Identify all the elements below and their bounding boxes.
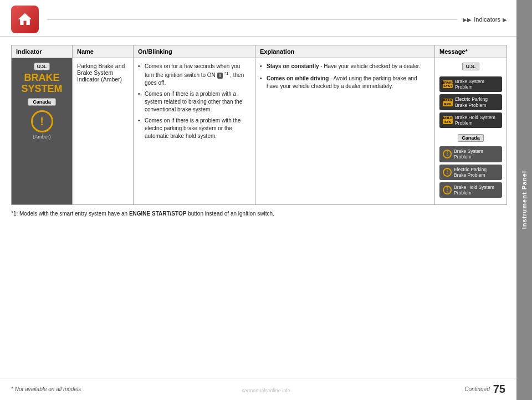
us-badge: U.S.: [34, 63, 50, 70]
explanation-item-2: Comes on while driving - Avoid using the…: [260, 75, 430, 90]
col-message: Message*: [435, 45, 507, 58]
footnote-number: *1:: [11, 211, 18, 217]
footnote-text: Models with the smart entry system have …: [19, 211, 127, 217]
footnote-bold-text: ENGINE START/STOP: [129, 211, 187, 217]
brake-system-icon: BRAKESYST: [443, 80, 453, 88]
ignition-symbol: II: [217, 73, 223, 79]
canada-electric-parking-icon: !: [443, 168, 452, 177]
breadcrumb: ▶▶ Indicators ▶: [463, 16, 507, 23]
page-number: 75: [493, 383, 505, 396]
msg-canada-text-2: Electric Parking Brake Problem: [454, 167, 499, 178]
explanation-list: Stays on constantly - Have your vehicle …: [260, 63, 430, 90]
msg-us-text-1: Brake System Problem: [455, 79, 499, 90]
msg-us-brake-system: BRAKESYST Brake System Problem: [439, 76, 502, 92]
indicator-name: Parking Brake and Brake System Indicator…: [77, 63, 125, 83]
table-row: U.S. BRAKE SYSTEM Canada ! (Amber) Parki…: [12, 58, 507, 205]
explanation-desc-1: - Have your vehicle checked by a dealer.: [320, 63, 420, 69]
onblink-list: Comes on for a few seconds when you turn…: [138, 63, 250, 140]
canada-brake-system-icon: !: [443, 150, 452, 158]
name-cell: Parking Brake and Brake System Indicator…: [73, 58, 134, 205]
msg-us-text-2: Electric Parking Brake Problem: [455, 96, 499, 107]
header-divider: [47, 19, 457, 20]
footnote-text2: button instead of an ignition switch.: [188, 211, 274, 217]
onblink-item-3: Comes on if there is a problem with the …: [138, 117, 250, 140]
brake-text: BRAKE SYSTEM: [16, 73, 68, 95]
message-us-label: U.S.: [462, 63, 480, 70]
brake-hold-icon: HOLDSYS: [443, 116, 453, 124]
msg-us-text-3: Brake Hold System Problem: [455, 115, 499, 126]
amber-circle: !: [31, 110, 53, 132]
message-cell: U.S. BRAKESYST Brake System Problem PARK…: [435, 58, 507, 205]
explanation-cell: Stays on constantly - Have your vehicle …: [255, 58, 435, 205]
msg-canada-text-3: Brake Hold System Problem: [454, 184, 499, 196]
msg-us-brake-hold: HOLDSYS Brake Hold System Problem: [439, 112, 502, 128]
not-available-text: * Not available on all models: [11, 386, 81, 392]
continued-text: Continued: [464, 386, 490, 392]
side-tab-label: Instrument Panel: [521, 171, 528, 229]
col-indicator: Indicator: [12, 45, 73, 58]
exclamation-icon: !: [40, 116, 44, 127]
header: ▶▶ Indicators ▶: [0, 0, 532, 37]
msg-canada-electric-parking: ! Electric Parking Brake Problem: [439, 165, 502, 180]
amber-label: (Amber): [16, 134, 68, 140]
msg-us-electric-parking: PARKBRK Electric Parking Brake Problem: [439, 94, 502, 110]
col-explanation: Explanation: [255, 45, 435, 58]
onblink-cell: Comes on for a few seconds when you turn…: [134, 58, 255, 205]
main-content: Indicator Name On/Blinking Explanation M…: [0, 45, 532, 217]
col-onblinking: On/Blinking: [134, 45, 255, 58]
footnote: *1: Models with the smart entry system h…: [11, 211, 507, 217]
canada-brake-hold-icon: !: [443, 186, 452, 194]
explanation-item-1: Stays on constantly - Have your vehicle …: [260, 63, 430, 70]
canada-badge-indicator: Canada: [28, 98, 56, 106]
msg-canada-text-1: Brake System Problem: [454, 148, 499, 160]
footnote-ref-1: *1: [224, 71, 229, 76]
col-name: Name: [73, 45, 134, 58]
home-icon: [17, 11, 33, 28]
onblink-item-1: Comes on for a few seconds when you turn…: [138, 63, 250, 87]
onblink-item-2: Comes on if there is a problem with a sy…: [138, 90, 250, 114]
nav-label: Indicators: [474, 16, 500, 23]
home-button[interactable]: [11, 6, 39, 33]
explanation-term-1: Stays on constantly: [267, 63, 319, 69]
indicator-table: Indicator Name On/Blinking Explanation M…: [11, 45, 507, 205]
msg-canada-brake-system: ! Brake System Problem: [439, 146, 502, 162]
msg-canada-brake-hold: ! Brake Hold System Problem: [439, 182, 502, 198]
side-tab: Instrument Panel: [516, 0, 532, 400]
nav-arrow-right: ▶: [503, 17, 507, 23]
continued-wrap: Continued 75: [464, 383, 505, 396]
message-canada-label: Canada: [458, 134, 484, 142]
nav-arrow-left: ▶▶: [463, 17, 472, 23]
indicator-cell: U.S. BRAKE SYSTEM Canada ! (Amber): [12, 58, 73, 205]
explanation-term-2: Comes on while driving: [267, 75, 329, 81]
watermark: carmanualsonline.info: [242, 388, 290, 393]
electric-parking-icon: PARKBRK: [443, 99, 453, 106]
